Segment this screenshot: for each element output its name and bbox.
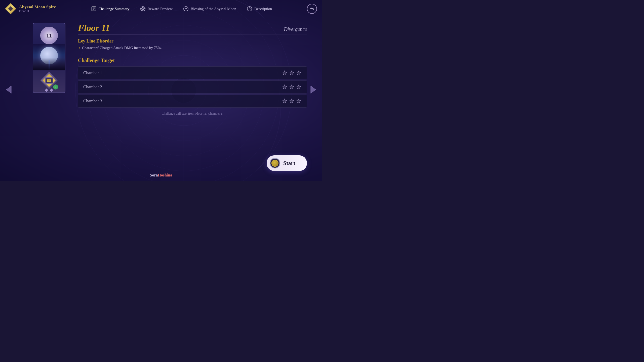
brand-subtitle: Floor 11 [19,9,56,13]
chamber-2-star-1 [282,84,288,90]
watermark-hoshina: Hoshina [158,173,172,177]
badge-diamonds [45,88,53,92]
brand: Abyssal Moon Spire Floor 11 [5,3,56,14]
chamber-3-star-3 [296,98,302,104]
svg-marker-28 [297,71,301,75]
challenge-target-title: Challenge Target [78,58,307,63]
prev-floor-button[interactable] [5,85,13,97]
svg-marker-27 [290,71,294,75]
floor-header: Floor 11 Divergence [78,23,307,33]
floor-number-badge: 11 [40,27,58,44]
chamber-1-star-1 [282,70,288,76]
chamber-2-stars [282,84,302,90]
svg-marker-29 [283,85,287,89]
next-floor-button[interactable] [309,85,317,97]
chamber-list: Chamber 1 C [78,66,307,108]
start-button-inner-icon [271,160,278,167]
start-button[interactable]: Start [267,155,307,171]
svg-marker-12 [8,6,13,11]
chamber-2-star-3 [296,84,302,90]
back-button[interactable] [307,4,317,14]
svg-marker-30 [290,85,294,89]
start-button-label: Start [283,160,295,166]
brand-text: Abyssal Moon Spire Floor 11 [19,5,56,13]
brand-diamond-icon [5,3,16,14]
chamber-3-star-1 [282,98,288,104]
svg-rect-25 [49,80,50,81]
floor-badge: ✓ [39,70,59,90]
divergence-label: Divergence [284,26,307,32]
tab-description-label: Description [254,7,272,11]
start-button-icon [270,158,280,168]
ley-line-title: Ley Line Disorder [78,38,307,44]
chamber-3-star-2 [289,98,295,104]
challenge-note: Challenge will start from Floor 11, Cham… [78,112,307,116]
tab-challenge-summary-label: Challenge Summary [99,7,130,11]
ley-line-description: ✦ Characters' Charged Attack DMG increas… [78,46,307,50]
chamber-3-stars [282,98,302,104]
tab-blessing-label: Blessing of the Abyssal Moon [191,7,236,11]
watermark: SoraHoshina [150,173,172,177]
svg-marker-21 [6,86,11,94]
floor-title: Floor 11 [78,23,110,33]
chamber-2-name: Chamber 2 [83,84,102,89]
svg-marker-26 [283,71,287,75]
main-content: Floor 11 Divergence Ley Line Disorder ✦ … [78,23,307,116]
brand-title: Abyssal Moon Spire [19,5,56,9]
chest-icon [45,77,53,84]
nav-tabs: Challenge Summary Reward Preview Blessin… [87,4,276,14]
diamond-bullet: ✦ [78,46,80,50]
check-icon: ✓ [53,84,58,89]
ley-line-text: Characters' Charged Attack DMG increased… [82,46,162,50]
header-divider [78,34,307,34]
tab-blessing[interactable]: Blessing of the Abyssal Moon [179,4,241,14]
floor-image-area [33,44,65,70]
chamber-1-name: Chamber 1 [83,70,102,75]
tab-description[interactable]: Description [242,4,276,14]
tab-challenge-summary[interactable]: Challenge Summary [87,4,134,14]
svg-marker-33 [290,99,294,103]
chamber-1-stars [282,70,302,76]
watermark-sora: Sora [150,173,158,177]
chamber-1-row: Chamber 1 [78,66,307,79]
tab-reward-preview-label: Reward Preview [148,7,173,11]
floor-number: 11 [46,32,52,39]
tab-reward-preview[interactable]: Reward Preview [136,4,177,14]
chamber-3-name: Chamber 3 [83,99,102,104]
chamber-2-row: Chamber 2 [78,80,307,94]
chamber-1-star-3 [296,70,302,76]
chamber-3-row: Chamber 3 [78,95,307,108]
chamber-2-star-2 [289,84,295,90]
svg-marker-32 [283,99,287,103]
top-navigation: Abyssal Moon Spire Floor 11 Challenge Su… [0,0,322,18]
svg-marker-22 [311,86,316,94]
chamber-1-star-2 [289,70,295,76]
floor-card: 11 ✓ [33,23,65,93]
svg-marker-31 [297,85,301,89]
svg-marker-34 [297,99,301,103]
